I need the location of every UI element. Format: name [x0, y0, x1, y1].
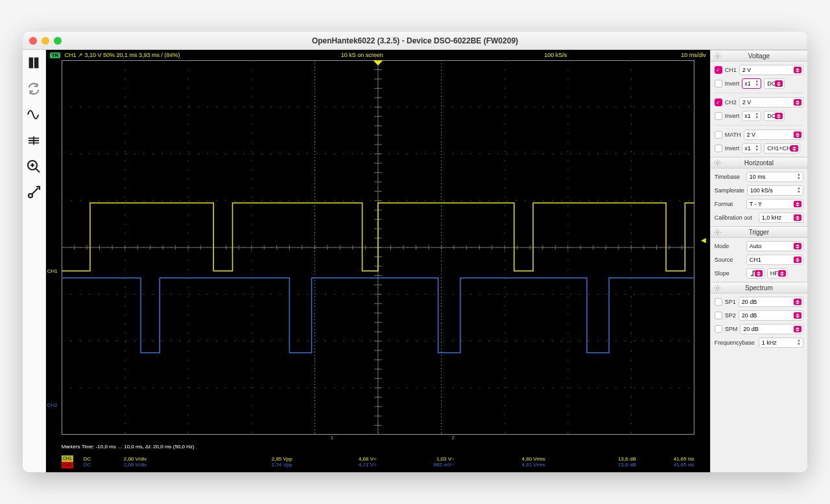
gear-icon[interactable] [713, 52, 722, 60]
ch1-zero-label: CH1 [47, 268, 58, 274]
math-probe-spin[interactable]: x1▲▼ [742, 143, 761, 154]
spm-checkbox[interactable] [715, 325, 722, 333]
ch1-probe-spin[interactable]: x1▲▼ [742, 78, 761, 89]
settings-panel: Voltage CH1 2 V Invert x1▲▼ DC CH2 2 [710, 50, 807, 472]
ch2-label: CH2 [725, 99, 737, 106]
measure-button[interactable] [25, 183, 43, 201]
pause-button[interactable] [25, 54, 43, 72]
frequencybase-input[interactable]: 1 kHz▲▼ [759, 338, 803, 348]
gear-icon[interactable] [713, 284, 722, 292]
marker-1-label: 1 [331, 435, 333, 441]
svg-rect-0 [30, 58, 33, 68]
gear-icon[interactable] [713, 228, 722, 236]
math-invert-checkbox[interactable] [715, 144, 722, 152]
spectrum-section-header: Spectrum [711, 282, 807, 293]
ch2-invert-checkbox[interactable] [715, 112, 722, 120]
trigger-slope-select[interactable] [746, 268, 765, 279]
samplerate-text: 100 kS/s [544, 52, 567, 58]
ch2-coupling-select[interactable]: DC [764, 111, 785, 121]
marker-2-label: 2 [451, 435, 454, 441]
spm-range-select[interactable]: 20 dB [740, 324, 803, 334]
math-op-select[interactable]: CH1+CH2 [764, 143, 800, 154]
sp2-range-select[interactable]: 20 dB [739, 310, 803, 321]
ch2-zero-label: CH2 [47, 402, 58, 407]
app-window: OpenHantek6022 (3.2.5) - Device DSO-6022… [23, 32, 807, 472]
zoom-button[interactable] [25, 157, 43, 176]
trigger-mode-select[interactable]: Auto [746, 241, 803, 251]
window-title: OpenHantek6022 (3.2.5) - Device DSO-6022… [23, 36, 807, 45]
markers-readout: Markers Time: -10,0 ms … 10,0 ms, Δt: 20… [46, 444, 710, 453]
ch1-range-select[interactable]: 2 V [739, 65, 803, 75]
timebase-input[interactable]: 10 ms▲▼ [746, 172, 803, 182]
samplerate-input[interactable]: 100 kS/s▲▼ [747, 185, 803, 196]
math-label: MATH [725, 132, 741, 138]
trigger-source-select[interactable]: CH1 [746, 255, 803, 265]
zoom-icon[interactable] [54, 37, 62, 45]
trigger-status-badge: TR [50, 52, 61, 58]
horizontal-section-header: Horizontal [711, 157, 807, 168]
sp1-checkbox[interactable] [715, 298, 722, 306]
calibration-select[interactable]: 1,0 kHz [759, 212, 803, 223]
histogram-button[interactable] [25, 132, 43, 150]
waveform-button[interactable] [25, 106, 43, 124]
trigger-info-text: CH1 ↗ 3,10 V 50% 20,1 ms 3,93 ms / (84%) [64, 52, 180, 58]
trigger-hf-select[interactable]: HF [767, 268, 788, 279]
ch1-coupling-select[interactable]: DC [764, 78, 785, 89]
format-select[interactable]: T - Y [746, 199, 803, 209]
trigger-section-header: Trigger [711, 226, 807, 238]
measurement-table: CH1CH2 DCDC 2,00 V/div2,00 V/div 2,85 Vp… [46, 453, 710, 472]
svg-rect-1 [35, 58, 38, 68]
trigger-level-arrow-icon[interactable]: ◀ [701, 236, 706, 244]
ch2-enable-checkbox[interactable] [715, 98, 722, 106]
gear-icon[interactable] [713, 159, 722, 167]
minimize-icon[interactable] [42, 37, 49, 45]
refresh-button[interactable] [25, 80, 43, 98]
svg-point-118 [717, 162, 718, 164]
bottom-scale: 1 2 [46, 435, 710, 444]
ch2-range-select[interactable]: 2 V [739, 97, 803, 108]
sp2-checkbox[interactable] [715, 312, 722, 319]
close-icon[interactable] [29, 37, 37, 45]
scope-area: TR CH1 ↗ 3,10 V 50% 20,1 ms 3,93 ms / (8… [46, 50, 710, 472]
left-toolbar [23, 50, 46, 472]
samples-on-screen: 10 kS on screen [184, 52, 540, 58]
svg-point-120 [717, 287, 718, 289]
ch2-probe-spin[interactable]: x1▲▼ [742, 111, 761, 121]
math-range-select[interactable]: 2 V [744, 130, 803, 140]
ch1-invert-checkbox[interactable] [715, 80, 722, 87]
scope-top-info: TR CH1 ↗ 3,10 V 50% 20,1 ms 3,93 ms / (8… [46, 50, 710, 60]
ch1-enable-checkbox[interactable] [715, 66, 722, 74]
svg-point-117 [717, 55, 718, 57]
math-enable-checkbox[interactable] [715, 131, 722, 139]
scope-plot[interactable]: CH1 CH2 ◀ [62, 60, 694, 435]
titlebar: OpenHantek6022 (3.2.5) - Device DSO-6022… [23, 32, 807, 50]
invert-label: Invert [725, 80, 740, 87]
ch1-label: CH1 [725, 67, 737, 73]
timebase-text: 10 ms/div [681, 52, 706, 58]
voltage-section-header: Voltage [711, 50, 807, 62]
window-controls [29, 37, 62, 45]
sp1-range-select[interactable]: 20 dB [739, 297, 803, 307]
channel-chips: CH1CH2 [62, 455, 73, 468]
svg-point-119 [717, 231, 718, 233]
